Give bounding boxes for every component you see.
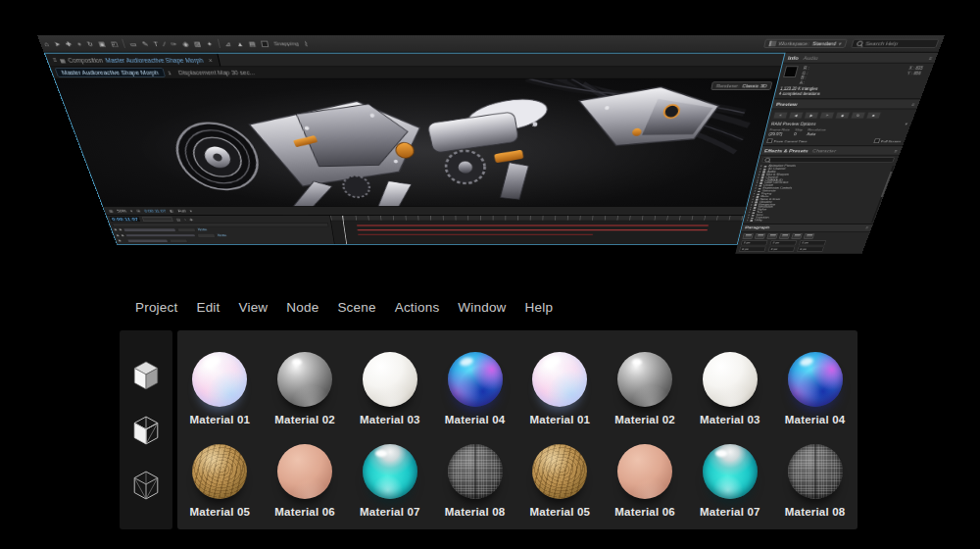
blend-mode-dropdown[interactable] (197, 233, 217, 237)
comp-nav-item[interactable]: Displacement Map 30 sec... (173, 69, 259, 76)
axis-mode-icon[interactable]: ⊿ (224, 40, 231, 47)
parent-dropdown[interactable]: None (218, 233, 227, 236)
menu-view[interactable]: View (238, 300, 268, 315)
snapping-checkbox[interactable] (261, 40, 269, 47)
close-icon[interactable]: × (208, 57, 213, 63)
layer-duration-bar[interactable] (357, 229, 708, 230)
viewport-timecode[interactable]: 0:00:11:07 (144, 209, 167, 213)
material-item[interactable]: Material 07 (348, 429, 433, 523)
audio-panel-tab[interactable]: Audio (803, 55, 819, 60)
material-sphere-preview[interactable] (532, 352, 587, 407)
align-left-button[interactable] (742, 233, 754, 239)
zoom-level-value[interactable]: 50% (117, 209, 127, 213)
menu-edit[interactable]: Edit (196, 300, 220, 315)
material-item[interactable]: Material 08 (772, 429, 858, 523)
next-frame-button[interactable]: » (819, 112, 835, 119)
eye-icon[interactable] (114, 229, 117, 231)
blend-mode-dropdown[interactable] (176, 227, 196, 231)
material-sphere-preview[interactable] (363, 444, 417, 499)
material-sphere-preview[interactable] (363, 352, 417, 407)
resolution-value[interactable]: Full (177, 209, 186, 213)
audio-toggle-button[interactable]: ◆ (835, 112, 851, 119)
comp-mini-flowchart-icon[interactable]: ▤ (175, 218, 180, 222)
safe-zones-icon[interactable]: ⊞ (136, 209, 141, 213)
parent-dropdown[interactable]: None (198, 228, 208, 231)
full-screen-checkbox[interactable]: Full Screen (873, 138, 902, 143)
time-ruler[interactable] (330, 216, 744, 221)
menu-scene[interactable]: Scene (337, 300, 375, 315)
chevron-down-icon[interactable]: ▾ (189, 209, 192, 213)
layer-name-bar[interactable] (127, 240, 168, 242)
layer-duration-bar[interactable] (358, 234, 593, 235)
from-current-time-checkbox[interactable]: From Current Time (766, 138, 808, 143)
chevron-down-icon[interactable]: ▾ (129, 209, 133, 213)
brush-tool-icon[interactable]: ✑ (170, 40, 177, 47)
effects-category[interactable]: ▸Utility (747, 220, 873, 223)
frame-blend-icon[interactable]: ✚ (189, 218, 194, 222)
timeline-layer-row[interactable]: None (116, 233, 330, 237)
material-item[interactable]: Material 01 (517, 336, 603, 429)
material-sphere-preview[interactable] (788, 444, 843, 499)
material-item[interactable]: Material 06 (263, 429, 348, 523)
material-sphere-preview[interactable] (277, 444, 332, 499)
wireframe-cube-icon[interactable] (132, 470, 160, 501)
timeline-layer-row[interactable]: None (114, 227, 330, 231)
play-button[interactable]: ▶ (804, 112, 819, 119)
material-sphere-preview[interactable] (448, 352, 503, 407)
eye-icon[interactable] (116, 234, 119, 236)
loop-button[interactable]: ↻ (850, 112, 865, 119)
clone-stamp-icon[interactable]: ◉ (181, 40, 189, 47)
material-item[interactable]: Material 03 (348, 336, 433, 429)
panel-menu-icon[interactable]: ≡ (911, 101, 916, 106)
timeline-graph-area[interactable] (330, 216, 744, 244)
preview-panel-tab[interactable]: Preview (776, 101, 799, 106)
material-sphere-preview[interactable] (703, 444, 758, 499)
pen-tool-icon[interactable]: ✎ (141, 40, 149, 47)
material-item[interactable]: Material 01 (177, 336, 263, 429)
justify-left-button[interactable] (779, 233, 791, 239)
resolution-value[interactable]: Auto (807, 132, 825, 136)
comp-nav-active[interactable]: Master Audioreactive Shape Morph (54, 68, 165, 77)
layer-name-bar[interactable] (125, 234, 195, 236)
material-sphere-preview[interactable] (617, 352, 672, 407)
justify-center-button[interactable] (791, 233, 803, 239)
material-item[interactable]: Material 06 (603, 429, 688, 523)
space-before-field[interactable]: 0 px (739, 246, 766, 251)
composition-tab[interactable]: ≡ ▦ Composition Master Audioreactive Sha… (45, 54, 220, 67)
zoom-tool-icon[interactable]: ⌖ (76, 40, 82, 47)
composition-viewport[interactable]: Renderer: Classic 3D (55, 79, 778, 216)
menu-project[interactable]: Project (135, 300, 177, 315)
frame-rate-value[interactable]: (29.97) (768, 132, 789, 136)
material-sphere-preview[interactable] (192, 444, 247, 499)
indent-left-field[interactable]: 0 px (741, 240, 768, 245)
first-frame-button[interactable]: « (772, 112, 788, 119)
snap-options-icon[interactable]: ⌇ (304, 40, 308, 47)
pan-behind-tool-icon[interactable]: ◰ (110, 40, 119, 47)
material-sphere-preview[interactable] (532, 444, 587, 499)
draft-3d-icon[interactable]: ◔ (183, 218, 187, 222)
puppet-pin-icon[interactable]: ✦ (206, 40, 213, 47)
line-tool-icon[interactable]: ∕ (163, 40, 166, 47)
track-camera-icon[interactable]: ▤ (248, 40, 256, 47)
rotate-tool-icon[interactable]: ↻ (86, 40, 94, 47)
material-sphere-preview[interactable] (192, 352, 247, 407)
eraser-tool-icon[interactable]: ▨ (193, 40, 201, 47)
skip-value[interactable]: 0 (794, 132, 803, 136)
text-tool-icon[interactable]: T (153, 40, 159, 47)
material-item[interactable]: Material 08 (432, 429, 517, 523)
lock-icon[interactable] (119, 229, 122, 231)
panel-menu-icon[interactable]: ≡ (865, 225, 869, 229)
menu-help[interactable]: Help (525, 300, 554, 315)
material-sphere-preview[interactable] (277, 352, 332, 407)
effects-presets-tab[interactable]: Effects & Presets (764, 148, 809, 153)
home-icon[interactable]: ⌂ (43, 40, 50, 47)
layer-duration-bar[interactable] (357, 225, 710, 225)
material-sphere-preview[interactable] (788, 352, 843, 407)
material-item[interactable]: Material 05 (177, 429, 263, 523)
material-item[interactable]: Material 03 (688, 336, 773, 429)
renderer-button[interactable]: Renderer: Classic 3D (710, 81, 772, 90)
menu-node[interactable]: Node (286, 300, 318, 315)
camera-tool-icon[interactable]: ▣ (98, 40, 107, 47)
indent-right-field[interactable]: 0 px (799, 240, 826, 245)
material-item[interactable]: Material 04 (432, 336, 517, 429)
